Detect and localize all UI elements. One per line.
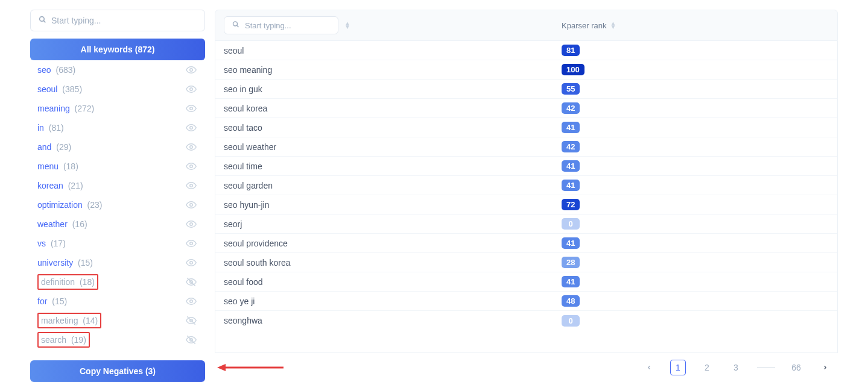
svg-point-0 bbox=[40, 17, 45, 22]
rank-badge: 41 bbox=[562, 237, 580, 249]
eye-icon[interactable] bbox=[186, 180, 198, 191]
search-icon bbox=[232, 21, 239, 30]
rank-badge: 42 bbox=[562, 102, 580, 114]
sidebar-item-korean[interactable]: korean (21) bbox=[30, 176, 205, 195]
copy-negatives-button[interactable]: Copy Negatives (3) bbox=[30, 360, 205, 382]
cell-keyword: seoul korea bbox=[224, 104, 562, 113]
eye-off-icon[interactable] bbox=[186, 315, 198, 326]
cell-keyword: seo in guk bbox=[224, 84, 562, 94]
sidebar-item-label: search (19) bbox=[41, 335, 86, 345]
rank-badge: 0 bbox=[562, 218, 580, 230]
sidebar-item-label: vs (17) bbox=[37, 239, 186, 248]
table-row[interactable]: seoul taco 41 bbox=[215, 118, 837, 137]
table-row[interactable]: seoul providence 41 bbox=[215, 234, 837, 253]
cell-rank: 42 bbox=[562, 102, 829, 114]
pagination: 1 2 3 66 bbox=[215, 353, 838, 382]
sidebar-item-for[interactable]: for (15) bbox=[30, 292, 205, 311]
table-row[interactable]: seoul time 41 bbox=[215, 157, 837, 176]
svg-point-15 bbox=[190, 300, 193, 303]
sidebar-item-menu[interactable]: menu (18) bbox=[30, 157, 205, 176]
sidebar-item-and[interactable]: and (29) bbox=[30, 137, 205, 157]
table-row[interactable]: seo in guk 55 bbox=[215, 80, 837, 99]
eye-icon[interactable] bbox=[186, 199, 198, 210]
table-row[interactable]: seo ye ji 48 bbox=[215, 292, 837, 311]
sidebar-search-input[interactable] bbox=[30, 10, 205, 31]
sidebar-item-weather[interactable]: weather (16) bbox=[30, 214, 205, 234]
table-body: seoul 81seo meaning 100seo in guk 55seou… bbox=[215, 41, 838, 353]
sidebar-item-in[interactable]: in (81) bbox=[30, 118, 205, 137]
search-icon bbox=[39, 16, 46, 25]
eye-icon[interactable] bbox=[186, 84, 198, 95]
table-row[interactable]: seoul 81 bbox=[215, 41, 837, 60]
rank-badge: 55 bbox=[562, 83, 580, 95]
sidebar-item-label: university (15) bbox=[37, 258, 186, 268]
eye-icon[interactable] bbox=[186, 238, 198, 249]
table-row[interactable]: seoul south korea 28 bbox=[215, 253, 837, 272]
rank-badge: 41 bbox=[562, 160, 580, 172]
sidebar-item-university[interactable]: university (15) bbox=[30, 253, 205, 272]
rank-badge: 81 bbox=[562, 45, 580, 56]
eye-icon[interactable] bbox=[186, 142, 198, 152]
table-row[interactable]: seoul weather 42 bbox=[215, 137, 837, 157]
eye-icon[interactable] bbox=[186, 103, 198, 114]
rank-header-label: Kparser rank bbox=[562, 21, 606, 30]
svg-point-3 bbox=[190, 88, 193, 91]
table-row[interactable]: seorj 0 bbox=[215, 214, 837, 234]
eye-icon[interactable] bbox=[186, 161, 198, 172]
cell-keyword: seoul time bbox=[224, 161, 562, 171]
cell-keyword: seo meaning bbox=[224, 65, 562, 75]
page-1[interactable]: 1 bbox=[670, 360, 686, 375]
eye-icon[interactable] bbox=[186, 219, 198, 230]
cell-rank: 41 bbox=[562, 180, 829, 191]
svg-point-7 bbox=[190, 165, 193, 168]
eye-icon[interactable] bbox=[186, 257, 198, 268]
svg-line-1 bbox=[43, 20, 45, 22]
cell-rank: 48 bbox=[562, 295, 829, 307]
table-row[interactable]: seoul garden 41 bbox=[215, 176, 837, 195]
svg-point-5 bbox=[190, 127, 193, 130]
table-row[interactable]: seo hyun-jin 72 bbox=[215, 195, 837, 214]
page-last[interactable]: 66 bbox=[788, 360, 804, 375]
cell-keyword: seo ye ji bbox=[224, 296, 562, 306]
sidebar-item-label: menu (18) bbox=[37, 161, 186, 171]
sidebar-item-meaning[interactable]: meaning (272) bbox=[30, 99, 205, 118]
sidebar-item-search[interactable]: search (19) bbox=[30, 330, 205, 349]
cell-rank: 100 bbox=[562, 64, 829, 75]
sidebar-item-marketing[interactable]: marketing (14) bbox=[30, 311, 205, 330]
cell-keyword: seoul taco bbox=[224, 123, 562, 133]
sidebar-item-optimization[interactable]: optimization (23) bbox=[30, 195, 205, 214]
eye-icon[interactable] bbox=[186, 64, 198, 75]
table-row[interactable]: seonghwa 0 bbox=[215, 311, 837, 330]
cell-keyword: seoul south korea bbox=[224, 258, 562, 268]
rank-badge: 41 bbox=[562, 122, 580, 133]
page-next-icon[interactable] bbox=[817, 360, 833, 375]
page-separator bbox=[757, 368, 775, 368]
sidebar-item-label: seo (683) bbox=[37, 65, 186, 75]
table-row[interactable]: seo meaning 100 bbox=[215, 60, 837, 80]
cell-keyword: seoul bbox=[224, 46, 562, 55]
table-row[interactable]: seoul korea 42 bbox=[215, 99, 837, 118]
eye-icon[interactable] bbox=[186, 122, 198, 133]
rank-badge: 41 bbox=[562, 180, 580, 191]
page-prev-icon[interactable] bbox=[641, 360, 657, 375]
sidebar-item-definition[interactable]: definition (18) bbox=[30, 272, 205, 292]
eye-off-icon[interactable] bbox=[186, 277, 198, 287]
sidebar-item-vs[interactable]: vs (17) bbox=[30, 234, 205, 253]
table-row[interactable]: seoul food 41 bbox=[215, 272, 837, 292]
sidebar-item-label: in (81) bbox=[37, 123, 186, 133]
page-2[interactable]: 2 bbox=[699, 360, 715, 375]
sidebar-item-seo[interactable]: seo (683) bbox=[30, 60, 205, 80]
sidebar-item-seoul[interactable]: seoul (385) bbox=[30, 80, 205, 99]
eye-off-icon[interactable] bbox=[186, 334, 198, 345]
sort-keyword-icon[interactable]: ▲▼ bbox=[344, 22, 350, 29]
all-keywords-button[interactable]: All keywords (872) bbox=[30, 39, 205, 60]
rank-badge: 28 bbox=[562, 257, 580, 268]
table-header: ▲▼ Kparser rank ▲▼ bbox=[215, 10, 838, 41]
eye-icon[interactable] bbox=[186, 296, 198, 307]
sort-rank-icon[interactable]: ▲▼ bbox=[610, 22, 616, 29]
cell-keyword: seoul garden bbox=[224, 181, 562, 190]
page-3[interactable]: 3 bbox=[728, 360, 744, 375]
table-search-wrap bbox=[224, 16, 338, 34]
table-search-input[interactable] bbox=[224, 16, 338, 34]
rank-badge: 41 bbox=[562, 276, 580, 287]
